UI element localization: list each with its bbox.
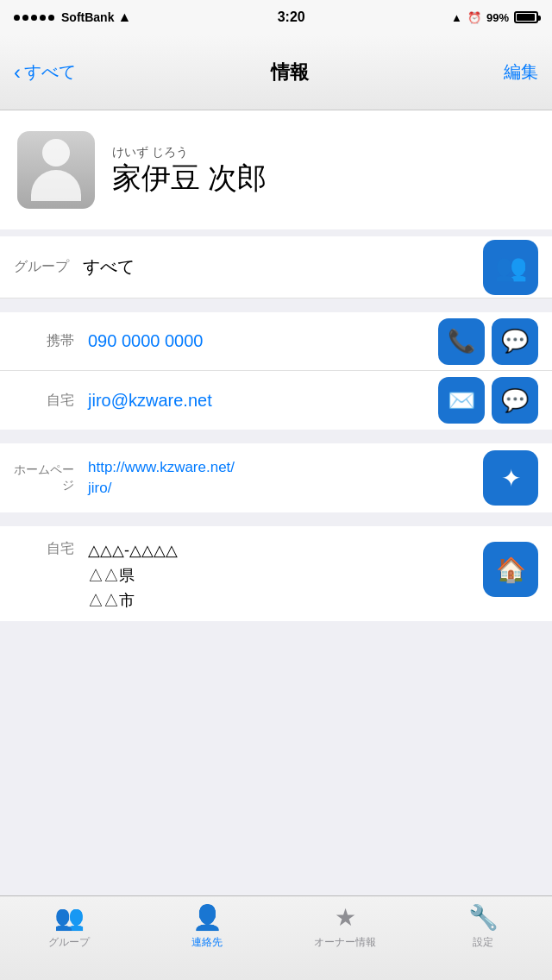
homepage-actions: ✦ (483, 450, 538, 506)
homepage-section: ホームページ http://www.kzware.net/jiro/ ✦ (0, 443, 552, 512)
tab-contacts-label: 連絡先 (191, 935, 223, 950)
address-row[interactable]: 自宅 △△△-△△△△△△県△△市 🏠 (0, 526, 552, 621)
homepage-value: http://www.kzware.net/jiro/ (88, 457, 483, 499)
tab-settings-label: 設定 (473, 935, 493, 950)
chat-icon: 💬 (501, 387, 529, 414)
profile-name: 家伊豆 次郎 (112, 162, 267, 194)
email-actions: ✉️ 💬 (438, 377, 538, 424)
battery-icon (514, 11, 538, 23)
email-value: jiro@kzware.net (88, 391, 438, 411)
tab-groups[interactable]: 👥 グループ (0, 903, 138, 950)
avatar (17, 131, 95, 209)
wifi-icon: ▲ (117, 9, 131, 25)
address-actions: 🏠 (483, 542, 538, 597)
tab-bar: 👥 グループ 👤 連絡先 ★ オーナー情報 🔧 設定 (0, 895, 552, 980)
chevron-left-icon: ‹ (14, 60, 21, 85)
email-button[interactable]: ✉️ (438, 377, 485, 424)
location-icon: ▲ (451, 11, 462, 24)
mail-icon: ✉️ (448, 387, 475, 414)
profile-section: けいず じろう 家伊豆 次郎 (0, 110, 552, 229)
tab-groups-label: グループ (48, 935, 90, 950)
address-section: 自宅 △△△-△△△△△△県△△市 🏠 (0, 526, 552, 621)
status-time: 3:20 (278, 9, 305, 25)
phone-email-section: 携帯 090 0000 0000 📞 💬 自宅 jiro@kzware.net … (0, 312, 552, 430)
group-people-icon: 👥 (495, 252, 527, 282)
main-content: けいず じろう 家伊豆 次郎 グループ すべて 👥 携帯 090 0000 00… (0, 110, 552, 895)
tab-contacts[interactable]: 👤 連絡先 (138, 903, 276, 950)
homepage-label: ホームページ (14, 462, 74, 493)
phone-value: 090 0000 0000 (88, 331, 438, 351)
phone-actions: 📞 💬 (438, 318, 538, 365)
edit-button[interactable]: 編集 (504, 60, 538, 84)
tab-owner[interactable]: ★ オーナー情報 (276, 903, 414, 950)
tab-settings-icon: 🔧 (468, 903, 499, 932)
group-action-button[interactable]: 👥 (483, 240, 538, 295)
phone-icon: 📞 (448, 328, 475, 355)
alarm-icon: ⏰ (467, 11, 481, 24)
address-value: △△△-△△△△△△県△△市 (88, 538, 483, 612)
imessage-button[interactable]: 💬 (492, 377, 538, 424)
signal-dots (14, 15, 54, 21)
tab-contacts-icon: 👤 (192, 903, 223, 932)
web-button[interactable]: ✦ (483, 450, 538, 506)
profile-furigana: けいず じろう (112, 145, 267, 160)
tab-owner-icon: ★ (335, 903, 356, 932)
status-right: ▲ ⏰ 99% (451, 11, 538, 24)
page-title: 情報 (271, 60, 309, 85)
homepage-row[interactable]: ホームページ http://www.kzware.net/jiro/ ✦ (0, 443, 552, 512)
email-row[interactable]: 自宅 jiro@kzware.net ✉️ 💬 (0, 371, 552, 430)
tab-groups-icon: 👥 (54, 903, 85, 932)
status-left: SoftBank ▲ (14, 9, 131, 25)
email-label: 自宅 (14, 392, 74, 410)
tab-owner-label: オーナー情報 (314, 935, 376, 950)
status-bar: SoftBank ▲ 3:20 ▲ ⏰ 99% (0, 0, 552, 35)
home-icon: 🏠 (496, 556, 526, 584)
group-actions: 👥 (483, 240, 538, 295)
message-icon: 💬 (501, 328, 529, 355)
group-value: すべて (83, 255, 483, 279)
back-label: すべて (24, 60, 76, 84)
carrier-label: SoftBank (61, 10, 114, 24)
map-button[interactable]: 🏠 (483, 542, 538, 597)
tab-settings[interactable]: 🔧 設定 (414, 903, 552, 950)
group-label: グループ (14, 258, 69, 276)
phone-row[interactable]: 携帯 090 0000 0000 📞 💬 (0, 312, 552, 371)
compass-icon: ✦ (501, 464, 521, 493)
sms-button[interactable]: 💬 (492, 318, 538, 365)
call-button[interactable]: 📞 (438, 318, 485, 365)
avatar-person-icon (31, 139, 81, 201)
group-section: グループ すべて 👥 (0, 236, 552, 298)
battery-percent: 99% (486, 11, 509, 24)
group-row[interactable]: グループ すべて 👥 (0, 236, 552, 298)
address-label: 自宅 (14, 538, 74, 558)
nav-bar: ‹ すべて 情報 編集 (0, 35, 552, 110)
phone-label: 携帯 (14, 332, 74, 350)
back-button[interactable]: ‹ すべて (14, 60, 76, 85)
profile-info: けいず じろう 家伊豆 次郎 (112, 145, 267, 194)
